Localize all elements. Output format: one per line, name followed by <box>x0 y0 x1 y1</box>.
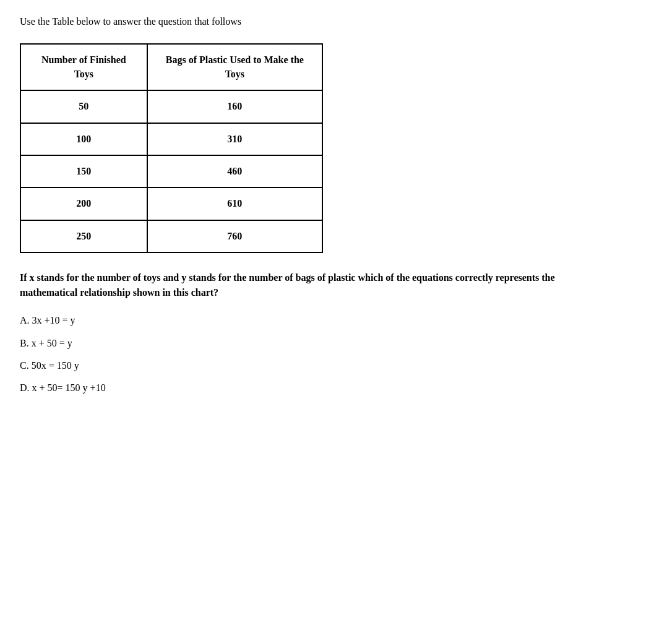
table-cell-col2: 160 <box>147 90 322 123</box>
table-cell-col1: 50 <box>20 90 147 123</box>
data-table: Number of Finished Toys Bags of Plastic … <box>20 43 323 253</box>
table-cell-col1: 250 <box>20 220 147 252</box>
data-table-container: Number of Finished Toys Bags of Plastic … <box>20 43 652 253</box>
col2-header: Bags of Plastic Used to Make the Toys <box>147 44 322 90</box>
table-row: 150460 <box>20 155 322 187</box>
options-container: A. 3x +10 = yB. x + 50 = yC. 50x = 150 y… <box>20 314 652 395</box>
table-cell-col2: 460 <box>147 155 322 187</box>
table-cell-col2: 760 <box>147 220 322 252</box>
table-row: 200610 <box>20 187 322 220</box>
col1-header: Number of Finished Toys <box>20 44 147 90</box>
instruction-text: Use the Table below to answer the questi… <box>20 15 652 28</box>
table-cell-col2: 310 <box>147 123 322 155</box>
table-row: 250760 <box>20 220 322 252</box>
table-row: 50160 <box>20 90 322 123</box>
option-a: A. 3x +10 = y <box>20 314 652 327</box>
question-text: If x stands for the number of toys and y… <box>20 270 577 300</box>
option-b: B. x + 50 = y <box>20 337 652 350</box>
option-d: D. x + 50= 150 y +10 <box>20 381 652 395</box>
table-cell-col2: 610 <box>147 187 322 220</box>
table-cell-col1: 200 <box>20 187 147 220</box>
table-row: 100310 <box>20 123 322 155</box>
option-c: C. 50x = 150 y <box>20 359 652 372</box>
table-cell-col1: 150 <box>20 155 147 187</box>
table-cell-col1: 100 <box>20 123 147 155</box>
